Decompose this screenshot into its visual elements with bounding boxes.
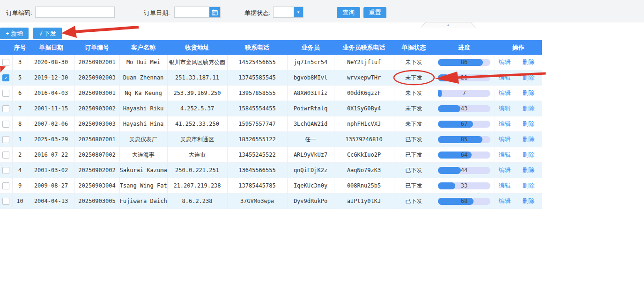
- row-checkbox[interactable]: [2, 105, 9, 112]
- cell-address: 250.0.221.251: [167, 163, 227, 178]
- order-date-input[interactable]: [175, 7, 209, 17]
- orders-table: 序号单据日期订单编号客户名称收货地址联系电话业务员业务员联系电话单据状态进度操作…: [0, 40, 542, 209]
- cell-order_no: 20250902002: [74, 163, 119, 178]
- checkbox-cell: [0, 116, 12, 132]
- cell-salesman_phone: CcGKkIuo2P: [334, 147, 394, 163]
- cell-customer: Tsang Wing Fat: [119, 178, 167, 194]
- delete-link[interactable]: 删除: [522, 197, 534, 204]
- cell-seq: 1: [12, 132, 28, 147]
- edit-link[interactable]: 编辑: [499, 58, 511, 65]
- cell-date: 2016-04-03: [28, 86, 74, 101]
- cell-address: 41.252.33.250: [167, 116, 227, 132]
- delete-link[interactable]: 删除: [522, 89, 534, 96]
- column-header-5: 联系电话: [227, 40, 287, 55]
- cell-salesman_phone: aIPt1y0tKJ: [334, 194, 394, 209]
- edit-link[interactable]: 编辑: [499, 151, 511, 158]
- cell-delete: 删除: [515, 147, 542, 163]
- edit-link[interactable]: 编辑: [499, 197, 511, 204]
- dispatch-button[interactable]: √ 下发: [33, 28, 62, 39]
- cell-salesman: IqeKUc3n0y: [287, 178, 334, 194]
- cell-edit: 编辑: [495, 70, 515, 86]
- cell-edit: 编辑: [495, 194, 515, 209]
- checkbox-cell: [0, 147, 12, 163]
- cell-salesman: PoiwrRtalq: [287, 101, 334, 116]
- progress-bar: 67: [438, 121, 490, 128]
- delete-link[interactable]: 删除: [522, 58, 534, 65]
- progress-value: 21: [438, 74, 490, 81]
- cell-customer: Ng Ka Keung: [119, 86, 167, 101]
- filter-collapse-handle[interactable]: ▲: [421, 22, 476, 28]
- cell-delete: 删除: [515, 116, 542, 132]
- row-checkbox[interactable]: ✓: [2, 74, 9, 81]
- cell-salesman_phone: NeY2tjftuf: [334, 55, 394, 70]
- order-code-input[interactable]: [35, 7, 115, 18]
- cell-salesman_phone: nphFH1cVXJ: [334, 116, 394, 132]
- delete-link[interactable]: 删除: [522, 120, 534, 127]
- table-row: 12025-03-2920250807001吴忠仪表厂吴忠市利通区1832655…: [0, 132, 542, 147]
- query-button[interactable]: 查询: [337, 7, 360, 18]
- delete-link[interactable]: 删除: [522, 74, 534, 81]
- cell-salesman: Dyv9dRukPo: [287, 194, 334, 209]
- chevron-down-icon: ▼: [296, 10, 300, 14]
- row-checkbox[interactable]: [2, 59, 9, 66]
- cell-salesman_phone: AaqNo79zK3: [334, 163, 394, 178]
- order-date-picker[interactable]: [174, 7, 221, 18]
- row-checkbox[interactable]: [2, 152, 9, 159]
- cell-progress: 7: [434, 86, 495, 101]
- column-header-0: 序号: [12, 40, 28, 55]
- cell-order_no: 20250903002: [74, 101, 119, 116]
- cell-phone: 15845554455: [227, 101, 287, 116]
- cell-delete: 删除: [515, 55, 542, 70]
- progress-bar: 85: [438, 136, 490, 143]
- edit-link[interactable]: 编辑: [499, 182, 511, 189]
- cell-date: 2004-04-13: [28, 194, 74, 209]
- progress-value: 64: [438, 152, 490, 159]
- column-header-1: 单据日期: [28, 40, 74, 55]
- cell-date: 2020-08-30: [28, 55, 74, 70]
- cell-salesman: qnQiFDjK2z: [287, 163, 334, 178]
- cell-order_no: 20250807002: [74, 147, 119, 163]
- cell-order_no: 20250903005: [74, 194, 119, 209]
- delete-link[interactable]: 删除: [522, 105, 534, 112]
- row-checkbox[interactable]: [2, 90, 9, 97]
- edit-link[interactable]: 编辑: [499, 136, 511, 143]
- delete-link[interactable]: 删除: [522, 166, 534, 173]
- row-checkbox[interactable]: [2, 182, 9, 189]
- delete-link[interactable]: 删除: [522, 182, 534, 189]
- progress-value: 68: [438, 198, 490, 205]
- cell-seq: 9: [12, 178, 28, 194]
- edit-link[interactable]: 编辑: [499, 120, 511, 127]
- cell-status: 未下发: [394, 55, 434, 70]
- row-checkbox[interactable]: [2, 167, 9, 174]
- row-checkbox[interactable]: [2, 121, 9, 128]
- delete-link[interactable]: 删除: [522, 151, 534, 158]
- filter-bar: 订单编码: 订单日期: 单据状态: ▼: [0, 0, 644, 22]
- doc-status-select[interactable]: ▼: [273, 7, 303, 18]
- edit-link[interactable]: 编辑: [499, 74, 511, 81]
- add-button[interactable]: + 新增: [0, 28, 29, 39]
- cell-address: 8.6.2.238: [167, 194, 227, 209]
- cell-seq: 2: [12, 147, 28, 163]
- edit-link[interactable]: 编辑: [499, 89, 511, 96]
- collapse-up-icon: ▲: [446, 23, 450, 27]
- calendar-button[interactable]: [209, 7, 220, 17]
- cell-progress: 33: [434, 178, 495, 194]
- table-row: 82007-02-0620250903003Hayashi Hina41.252…: [0, 116, 542, 132]
- order-date-label: 订单日期:: [144, 9, 170, 17]
- cell-customer: 大连海事: [119, 147, 167, 163]
- dropdown-button[interactable]: ▼: [294, 7, 303, 17]
- cell-date: 2009-08-27: [28, 178, 74, 194]
- cell-customer: Mo Hui Mei: [119, 55, 167, 70]
- delete-link[interactable]: 删除: [522, 136, 534, 143]
- cell-salesman_phone: 008Rnu25b5: [334, 178, 394, 194]
- edit-link[interactable]: 编辑: [499, 105, 511, 112]
- order-code-label: 订单编码:: [6, 9, 32, 17]
- reset-button[interactable]: 重置: [363, 7, 386, 18]
- progress-bar: 44: [438, 167, 490, 174]
- row-checkbox[interactable]: [2, 136, 9, 143]
- row-checkbox[interactable]: [2, 198, 9, 205]
- cell-phone: 37GVMo3wpw: [227, 194, 287, 209]
- cell-delete: 删除: [515, 86, 542, 101]
- cell-status: 未下发: [394, 101, 434, 116]
- edit-link[interactable]: 编辑: [499, 166, 511, 173]
